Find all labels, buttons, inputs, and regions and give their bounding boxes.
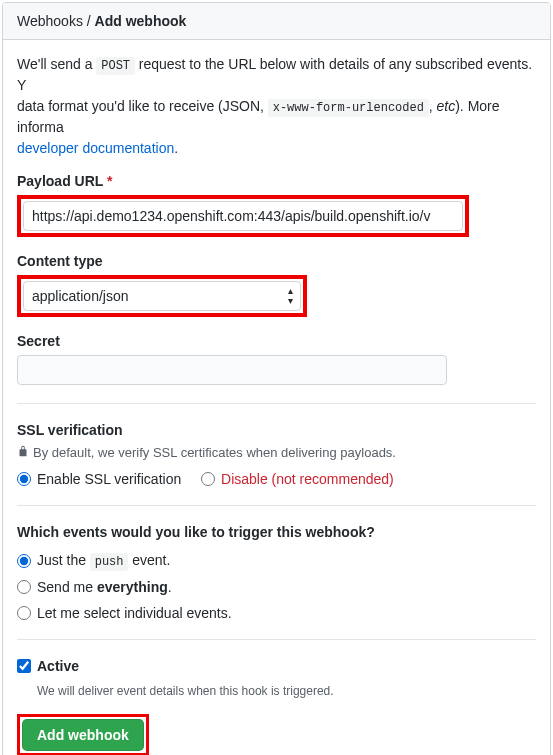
ssl-verification-heading: SSL verification bbox=[17, 422, 536, 438]
breadcrumb-current: Add webhook bbox=[95, 13, 187, 29]
ssl-disable-label: Disable (not recommended) bbox=[221, 471, 394, 487]
events-select-radio[interactable] bbox=[17, 606, 31, 620]
active-label: Active bbox=[37, 658, 79, 674]
code-post: POST bbox=[96, 57, 134, 76]
payload-url-input[interactable] bbox=[23, 201, 463, 231]
content-type-select[interactable]: application/json bbox=[23, 281, 301, 311]
divider bbox=[17, 505, 536, 506]
events-select-label: Let me select individual events. bbox=[37, 605, 232, 621]
lock-icon bbox=[17, 444, 29, 461]
payload-url-label: Payload URL * bbox=[17, 173, 536, 189]
secret-input[interactable] bbox=[17, 355, 447, 385]
active-checkbox[interactable] bbox=[17, 659, 31, 673]
developer-documentation-link[interactable]: developer documentation bbox=[17, 140, 174, 156]
intro-text: We'll send a POST request to the URL bel… bbox=[17, 54, 536, 159]
breadcrumb-root-link[interactable]: Webhooks bbox=[17, 13, 83, 29]
events-push-label: Just the push event. bbox=[37, 552, 170, 569]
content-type-label: Content type bbox=[17, 253, 536, 269]
ssl-enable-radio[interactable] bbox=[17, 472, 31, 486]
ssl-disable-radio[interactable] bbox=[201, 472, 215, 486]
events-everything-label: Send me everything. bbox=[37, 579, 172, 595]
add-webhook-button[interactable]: Add webhook bbox=[22, 719, 144, 751]
secret-label: Secret bbox=[17, 333, 536, 349]
events-everything-radio[interactable] bbox=[17, 580, 31, 594]
code-urlencoded: x-www-form-urlencoded bbox=[268, 99, 429, 118]
breadcrumb: Webhooks / Add webhook bbox=[3, 3, 550, 40]
events-heading: Which events would you like to trigger t… bbox=[17, 524, 536, 540]
events-push-radio[interactable] bbox=[17, 554, 31, 568]
divider bbox=[17, 403, 536, 404]
ssl-enable-label: Enable SSL verification bbox=[37, 471, 181, 487]
active-note: We will deliver event details when this … bbox=[37, 684, 536, 698]
divider bbox=[17, 639, 536, 640]
ssl-note: By default, we verify SSL certificates w… bbox=[33, 445, 396, 460]
required-indicator: * bbox=[107, 173, 112, 189]
